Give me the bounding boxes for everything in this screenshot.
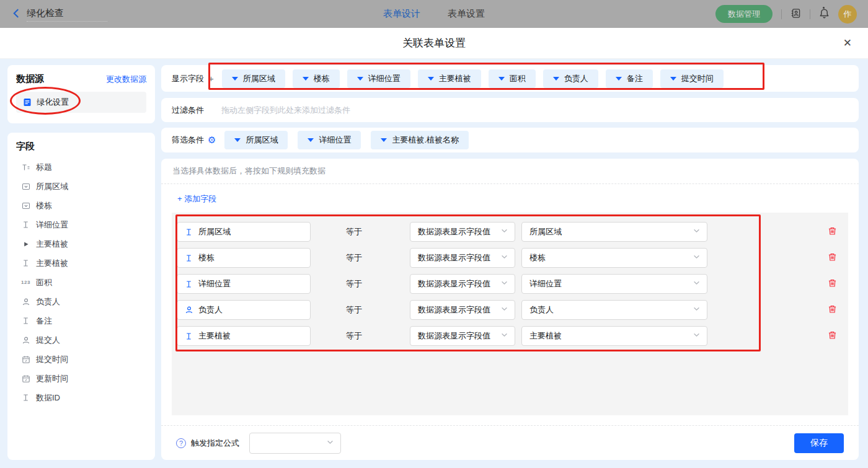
field-list-item[interactable]: 提交人	[16, 330, 146, 350]
text-icon	[184, 332, 193, 340]
help-icon[interactable]: ?	[176, 438, 186, 448]
field-list-item[interactable]: 123 面积	[16, 273, 146, 292]
date-icon	[21, 355, 30, 364]
number-icon: 123	[21, 280, 30, 285]
rule-value-select[interactable]: 楼栋	[521, 248, 707, 268]
main-panel: 显示字段 + 所属区域 楼栋 详细位置	[161, 65, 859, 460]
field-label: 主要植被	[36, 258, 68, 269]
screen-condition-tag[interactable]: 所属区域	[224, 131, 288, 149]
display-field-tag[interactable]: 负责人	[543, 69, 598, 88]
add-field-button[interactable]: + 添加字段	[177, 194, 216, 203]
rule-source-select[interactable]: 数据源表显示字段值	[410, 222, 515, 242]
rule-value-select[interactable]: 详细位置	[521, 274, 707, 294]
delete-rule-button[interactable]	[828, 330, 837, 342]
delete-rule-button[interactable]	[828, 252, 837, 263]
rule-field-input[interactable]: 主要植被	[177, 326, 311, 346]
rule-source-select[interactable]: 数据源表显示字段值	[410, 248, 515, 268]
screen-condition-tag[interactable]: 主要植被.植被名称	[371, 131, 469, 149]
display-field-tag[interactable]: 详细位置	[347, 69, 410, 88]
display-field-tag[interactable]: 主要植被	[418, 69, 481, 88]
rule-operator: 等于	[346, 304, 410, 316]
datasource-title: 数据源	[16, 73, 44, 85]
save-button[interactable]: 保存	[794, 433, 844, 453]
display-field-tag[interactable]: 楼栋	[293, 69, 340, 88]
rules-panel: 所属区域 等于 数据源表显示字段值 所属区域	[172, 213, 848, 415]
field-label: 提交时间	[36, 354, 68, 365]
field-list-item[interactable]: 主要植被	[16, 254, 146, 273]
chevron-down-icon	[500, 305, 508, 315]
field-list-item[interactable]: 备注	[16, 311, 146, 330]
dropdown-arrow-icon	[428, 77, 434, 81]
rule-row: 详细位置 等于 数据源表显示字段值 详细位置	[177, 271, 848, 297]
filter-dropzone[interactable]: 拖动左侧字段到此处来添加过滤条件	[221, 105, 350, 116]
change-datasource-link[interactable]: 更改数据源	[106, 74, 146, 85]
delete-rule-button[interactable]	[828, 278, 837, 289]
chevron-down-icon	[500, 279, 508, 289]
add-display-field-button[interactable]: +	[208, 73, 214, 84]
text-icon	[184, 254, 193, 262]
field-list-item[interactable]: 所属区域	[16, 177, 146, 196]
notification-bell-icon[interactable]	[819, 8, 830, 20]
rule-source-select[interactable]: 数据源表显示字段值	[410, 326, 515, 346]
gear-icon[interactable]: ⚙	[208, 135, 216, 146]
display-field-tag[interactable]: 备注	[606, 69, 653, 88]
data-manage-button[interactable]: 数据管理	[715, 5, 773, 23]
rule-value-select[interactable]: 所属区域	[521, 222, 707, 242]
close-icon[interactable]: ✕	[843, 37, 852, 50]
back-button[interactable]	[11, 8, 22, 20]
dropdown-arrow-icon	[308, 138, 314, 142]
field-label: 标题	[36, 162, 52, 173]
field-list-item[interactable]: 详细位置	[16, 215, 146, 234]
field-list-item[interactable]: 主要植被	[16, 234, 146, 254]
notification-dot	[823, 7, 825, 9]
field-list-item[interactable]: 负责人	[16, 292, 146, 311]
divider	[781, 9, 782, 19]
tab-form-settings[interactable]: 表单设置	[448, 8, 485, 20]
field-label: 主要植被	[36, 239, 68, 250]
rule-value-select[interactable]: 主要植被	[521, 326, 707, 346]
rule-field-input[interactable]: 所属区域	[177, 222, 311, 242]
field-list-item[interactable]: 提交时间	[16, 350, 146, 369]
tab-form-design[interactable]: 表单设计	[383, 8, 420, 20]
field-list-item[interactable]: 更新时间	[16, 369, 146, 388]
avatar[interactable]: 作	[838, 5, 857, 24]
document-icon	[22, 98, 32, 107]
dropdown-arrow-icon	[232, 77, 238, 81]
formula-select[interactable]	[249, 433, 341, 454]
form-title[interactable]: 绿化检查	[27, 6, 107, 22]
text-icon	[21, 259, 30, 267]
rule-field-label: 楼栋	[198, 252, 215, 263]
person-icon	[21, 298, 30, 306]
dropdown-arrow-icon	[498, 77, 505, 81]
rule-source-select[interactable]: 数据源表显示字段值	[410, 274, 515, 294]
rule-operator: 等于	[346, 278, 410, 289]
field-label: 数据ID	[36, 392, 60, 404]
field-list-item[interactable]: 楼栋	[16, 196, 146, 215]
rule-source-select[interactable]: 数据源表显示字段值	[410, 300, 515, 320]
rule-field-input[interactable]: 负责人	[177, 300, 311, 320]
chevron-down-icon	[693, 279, 701, 289]
rule-row: 楼栋 等于 数据源表显示字段值 楼栋	[177, 245, 848, 271]
datasource-card: 数据源 更改数据源 绿化设置	[7, 65, 155, 123]
delete-rule-button[interactable]	[828, 304, 837, 316]
dropdown-arrow-icon	[357, 77, 363, 81]
chevron-down-icon	[693, 331, 701, 341]
dropdown-arrow-icon	[381, 138, 387, 142]
display-field-tag[interactable]: 所属区域	[222, 69, 285, 88]
field-label: 详细位置	[36, 219, 68, 231]
display-field-tag[interactable]: 面积	[489, 69, 536, 88]
rule-field-input[interactable]: 详细位置	[177, 274, 311, 294]
tag-label: 楼栋	[314, 73, 330, 84]
delete-rule-button[interactable]	[828, 226, 837, 237]
rule-value-select[interactable]: 负责人	[521, 300, 707, 320]
display-field-tag[interactable]: 提交时间	[660, 69, 724, 88]
tag-label: 详细位置	[368, 73, 401, 84]
field-label: 备注	[36, 316, 52, 327]
dropdown-arrow-icon	[553, 77, 559, 81]
screen-condition-tag[interactable]: 详细位置	[298, 131, 361, 149]
datasource-item[interactable]: 绿化设置	[16, 92, 146, 113]
rule-field-input[interactable]: 楼栋	[177, 248, 311, 268]
contacts-icon[interactable]	[790, 8, 801, 20]
field-list-item[interactable]: 数据ID	[16, 388, 146, 407]
field-list-item[interactable]: 标题	[16, 157, 146, 177]
